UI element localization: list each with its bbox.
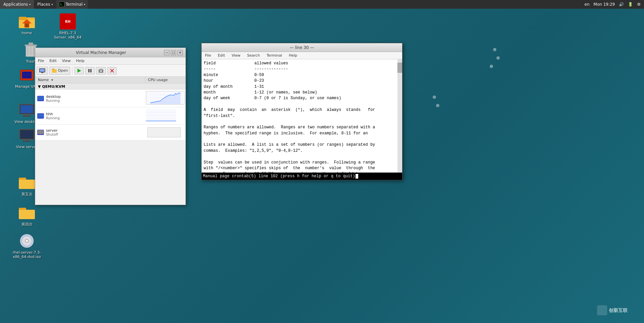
vm-icon-hhh <box>37 113 44 119</box>
vm-cpu-server <box>145 125 185 139</box>
taskbar-right: en Mon 19:29 🔊 🔋 ⚙ <box>581 2 644 7</box>
svg-marker-35 <box>77 69 81 73</box>
terminal-menu-terminal[interactable]: Terminal <box>263 52 286 59</box>
snapshot-icon <box>98 68 104 73</box>
lang-indicator[interactable]: en <box>585 2 590 7</box>
vmm-open-btn[interactable]: Open <box>49 67 70 75</box>
volume-icon[interactable]: 🔊 <box>619 2 624 7</box>
svg-rect-40 <box>100 69 102 70</box>
settings-icon[interactable]: ⚙ <box>637 2 641 7</box>
rhel-icon-label: RHEL-7.3 Server. x86_64 <box>53 31 83 40</box>
vmm-titlebar: Virtual Machine Manager — □ ✕ <box>35 48 185 57</box>
vm-status-desktop: Running <box>46 99 145 103</box>
svg-rect-56 <box>40 134 42 135</box>
vmm-menu-file[interactable]: File <box>35 57 47 65</box>
datetime-display: Mon 19:29 <box>594 2 615 7</box>
vm-info-hhh: hhh Running <box>46 112 145 120</box>
terminal-scroll-thumb[interactable] <box>397 63 402 73</box>
svg-point-39 <box>100 70 102 72</box>
vmm-menu-help[interactable]: Help <box>73 57 87 65</box>
vmm-snapshot-btn[interactable] <box>96 67 106 74</box>
svg-point-28 <box>26 240 28 242</box>
svg-rect-15 <box>20 105 33 113</box>
vm-name-server: server <box>46 128 145 133</box>
terminal-scrollbar[interactable] <box>397 59 402 173</box>
desktop-icon-home[interactable]: home <box>10 13 44 35</box>
svg-rect-19 <box>20 130 33 138</box>
new-vm-icon <box>39 68 46 73</box>
dvd-icon-label: rhel-server-7.3-x86_64-dvd.iso <box>12 250 42 259</box>
desktop-icon-folder-4th[interactable]: 第四次 <box>10 204 44 227</box>
places-label: Places <box>37 2 50 7</box>
vm-cpu-desktop <box>145 90 185 107</box>
svg-rect-44 <box>40 100 42 101</box>
desktop-icon-rhel[interactable]: RH RHEL-7.3 Server. x86_64 <box>51 13 85 40</box>
svg-rect-55 <box>38 130 44 134</box>
svg-rect-36 <box>88 69 90 72</box>
group-label: QEMU/KVM <box>42 84 65 89</box>
vmm-menu-view[interactable]: View <box>59 57 73 65</box>
vmm-screen <box>22 72 32 78</box>
svg-rect-32 <box>41 72 43 73</box>
vm-cpu-hhh <box>145 108 185 124</box>
vmm-vm-row-hhh[interactable]: hhh Running <box>35 108 185 125</box>
vmm-close-btn[interactable]: ✕ <box>177 50 183 55</box>
terminal-menu-search[interactable]: Search <box>244 52 263 59</box>
svg-text:RH: RH <box>65 20 70 23</box>
terminal-arrow: ▾ <box>84 3 85 6</box>
vmm-icon-inner <box>20 70 34 80</box>
svg-rect-31 <box>40 69 45 72</box>
brand-logo: 创新互联 <box>597 305 637 316</box>
vm-info-desktop: desktop Running <box>46 94 145 103</box>
vmm-content: Name ▾ CPU usage ▼ QEMU/KVM <box>35 77 185 205</box>
svg-rect-23 <box>19 180 35 189</box>
col-sort-icon[interactable]: ▾ <box>51 78 53 82</box>
rhel-svg: RH <box>60 13 76 29</box>
svg-rect-21 <box>23 141 31 142</box>
vmm-maximize-btn[interactable]: □ <box>171 50 176 55</box>
desktop-icon-dvd[interactable]: rhel-server-7.3-x86_64-dvd.iso <box>10 233 44 259</box>
terminal-window: — line 30 — File Edit View Search Termin… <box>201 43 402 180</box>
vmm-toolbar: Open <box>35 65 185 77</box>
terminal-taskbar-item[interactable]: $_ Terminal ▾ <box>56 0 88 9</box>
pause-icon <box>88 68 92 73</box>
vm-name-hhh: hhh <box>46 112 145 116</box>
svg-rect-17 <box>23 116 31 117</box>
vm-status-hhh: Running <box>46 116 145 120</box>
terminal-menu-help[interactable]: Help <box>285 52 301 59</box>
vmm-new-vm-btn[interactable] <box>37 67 48 75</box>
folder-4th-img <box>19 204 35 220</box>
dvd-svg <box>19 233 35 249</box>
vmm-pause-btn[interactable] <box>85 67 95 74</box>
battery-icon: 🔋 <box>628 2 633 7</box>
vmm-title: Virtual Machine Manager <box>38 50 164 55</box>
vmm-menu-edit[interactable]: Edit <box>47 57 59 65</box>
vmm-minimize-btn[interactable]: — <box>164 50 169 55</box>
svg-rect-43 <box>38 96 44 100</box>
svg-rect-49 <box>38 114 44 118</box>
vmm-delete-btn[interactable] <box>107 67 117 74</box>
vmm-vm-row-server[interactable]: server Shutoff <box>35 125 185 140</box>
vmm-group-qemu[interactable]: ▼ QEMU/KVM <box>35 83 185 90</box>
vmm-col-name: Name ▾ <box>35 77 145 83</box>
vm-name-desktop: desktop <box>46 94 145 99</box>
vmm-run-btn[interactable] <box>74 67 84 74</box>
terminal-menu-view[interactable]: View <box>228 52 244 59</box>
terminal-menu-edit[interactable]: Edit <box>214 52 228 59</box>
decoration-dot <box>496 56 500 60</box>
terminal-title: — line 30 — <box>204 45 399 50</box>
svg-rect-34 <box>52 69 54 70</box>
decoration-dot <box>433 95 436 99</box>
folder-5th-img <box>19 174 35 190</box>
run-icon <box>77 68 82 73</box>
applications-menu[interactable]: Applications ▾ <box>0 0 34 9</box>
vmm-icon-img <box>19 67 35 83</box>
places-menu[interactable]: Places ▾ <box>34 0 56 9</box>
delete-icon <box>110 68 114 73</box>
home-icon-label: home <box>21 31 32 35</box>
vmm-vm-row-desktop[interactable]: desktop Running <box>35 90 185 108</box>
server-monitor-svg <box>19 129 35 142</box>
terminal-menu-file[interactable]: File <box>202 52 214 59</box>
view-desktop-icon-img <box>19 102 35 118</box>
vmm-col-cpu: CPU usage <box>145 77 185 83</box>
